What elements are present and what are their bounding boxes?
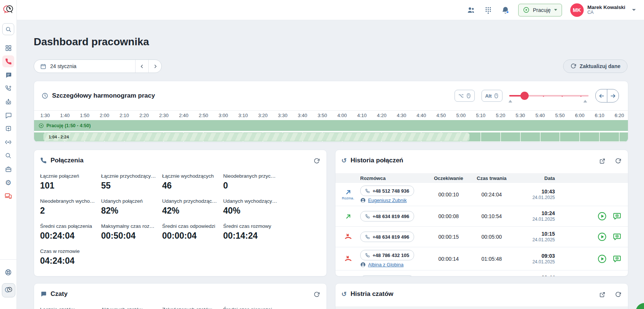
play-circle-icon [39,123,44,128]
mouse-scroll-icon [494,93,499,98]
play-circle-icon [598,212,607,221]
timeline-back-button[interactable] [596,89,607,102]
date-picker-group: 24 stycznia [34,59,162,73]
calls-panel-title: Połączenia [40,157,83,164]
chevron-left-icon [140,64,145,69]
user-menu[interactable]: MK Marek Kowalski CA [570,3,636,17]
phone-number-chip[interactable]: +48 634 819 496 [360,232,414,242]
timeline-tick: 2:30 [154,111,174,118]
person-icon [360,262,366,267]
dialpad-icon[interactable] [484,6,493,15]
transcription-button[interactable] [612,232,622,242]
sidebar-item-new-call[interactable] [2,82,14,94]
open-external-button[interactable] [598,290,606,299]
mouse-scroll-icon [466,93,471,98]
play-circle-icon [598,276,607,276]
transcription-button[interactable] [612,254,622,264]
timeline-forward-button[interactable] [607,89,619,102]
external-link-icon [599,291,605,298]
employee-dashboard-screen: Pracuję MK Marek Kowalski CA [0,0,644,309]
transcription-button[interactable] [612,276,622,276]
next-day-button[interactable] [148,60,161,73]
refresh-button[interactable] [312,157,321,165]
stat-label: Łącznie czatów [40,307,96,309]
stat-card: Aktywnych czatów [101,307,162,309]
sidebar-item-conversations[interactable] [2,109,14,121]
stat-card: Nieodebranych wycho… 2 [40,198,101,216]
phone-number: +48 512 748 936 [373,188,409,194]
stat-card: Nieodebranych przyc… 0 [223,173,284,191]
sidebar-item-workspace[interactable] [2,163,14,175]
timeline-tick: 3:00 [213,111,233,118]
timeline-zoom-slider[interactable] [509,90,589,101]
timeline-tick: 4:50 [431,111,451,118]
arrow-right-icon [610,93,616,99]
timeline-tick: 4:30 [392,111,411,118]
sidebar-item-calls[interactable] [2,55,14,67]
play-recording-button[interactable] [597,232,607,242]
play-recording-button[interactable] [597,254,607,264]
stat-card: Średni czas rozmowy 00:14:24 [223,223,284,241]
timeline-tick: 1:50 [75,111,95,118]
phone-number-chip[interactable]: +48 634 819 496 [360,275,414,276]
play-recording-button[interactable] [597,211,607,221]
timeline-grid: 1:04 - 2:24 [34,132,628,141]
phone-number-chip[interactable]: +48 512 748 936 [360,186,414,196]
open-external-button[interactable] [598,157,606,165]
sidebar-item-devices[interactable] [2,190,14,202]
gear-icon: ⚙ [5,179,11,186]
refresh-button[interactable] [614,157,622,165]
slider-handle[interactable] [520,92,529,100]
play-recording-button[interactable] [597,276,607,276]
selected-date: 24 stycznia [50,63,76,69]
activity-bar[interactable]: 1:04 - 2:24 [43,133,470,141]
sidebar-item-settings[interactable]: ⚙ [2,177,14,189]
chat-widget-button[interactable] [636,303,644,309]
stat-label: Średni czas odpowiedzi [162,223,218,229]
sidebar-search-button[interactable] [2,23,14,35]
wait-time: 00:00:15 [426,234,471,240]
notifications-bell-icon[interactable] [501,6,510,15]
chats-panel: Czaty Łącznie czatów Aktywnych czatów [34,283,327,309]
phone-plus-icon [5,85,12,92]
contact-link[interactable]: Albina z Globina [360,262,404,267]
refresh-button[interactable] [614,290,622,299]
stat-label: Łącznie wychodzących [162,173,218,179]
sidebar-item-search[interactable] [2,150,14,162]
sidebar-item-chats[interactable] [2,69,14,81]
refresh-icon [615,291,621,298]
sidebar-item-bots[interactable] [2,96,14,108]
call-duration: 01:05:48 [471,256,512,262]
transcription-button[interactable] [612,211,622,221]
search-icon [5,26,12,33]
calendar-icon [40,63,46,70]
shortcut-option-scroll [455,90,475,102]
contacts-icon[interactable] [467,6,476,15]
sidebar-brand-button[interactable] [2,283,15,297]
update-data-button[interactable]: Zaktualizuj dane [563,59,628,73]
phone-number-chip[interactable]: +48 786 432 105 [360,250,414,260]
app-logo-icon[interactable] [3,4,14,17]
chevron-right-icon [153,64,158,69]
stat-value: 00:50:04 [101,231,162,241]
stat-label: Udanych połączeń [101,198,157,204]
transcript-icon [613,254,622,263]
timeline-axis: 1:201:301:401:502:002:102:202:302:402:50… [34,110,628,120]
phone-number-chip[interactable]: +48 634 819 496 [360,211,414,221]
sidebar-item-widgets[interactable] [2,123,14,135]
work-status-dropdown[interactable]: Pracuję [518,4,562,16]
sidebar-item-integrations[interactable] [2,136,14,148]
work-status-band[interactable]: Pracuję (1:50 - 4:50) [34,120,628,131]
sidebar-item-help[interactable] [2,266,14,278]
previous-day-button[interactable] [135,60,148,73]
outgoing-call-icon [345,213,352,220]
refresh-button[interactable] [312,290,321,299]
stat-label: Czas w rozmowie [40,248,96,254]
date-picker[interactable]: 24 stycznia [34,60,135,73]
refresh-icon [615,158,621,164]
sidebar-item-dashboard[interactable] [2,42,14,54]
code-icon [4,138,12,146]
arrow-left-icon [598,93,605,99]
stat-value: 04:24:04 [40,256,101,266]
contact-link[interactable]: Eugeniusz Zubnik [360,198,407,203]
